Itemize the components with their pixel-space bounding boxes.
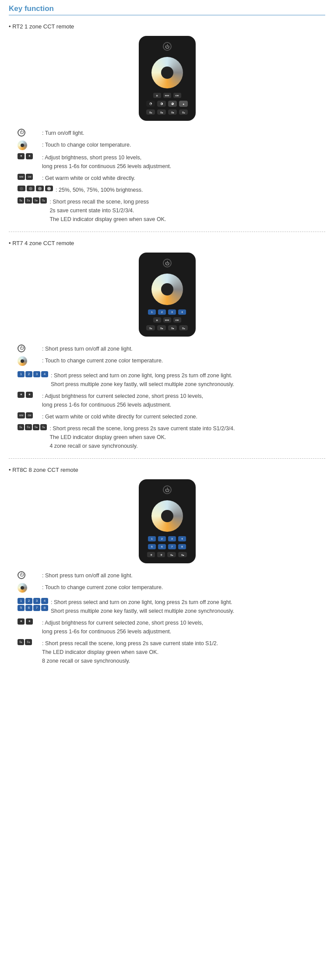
wwcw-buttons: ww cw <box>18 174 33 180</box>
rt7-brightness-line2: long press 1-6s for continuous 256 level… <box>42 400 203 409</box>
remote-rt2-wheel-inner <box>161 67 173 79</box>
scene-buttons-rt2: S₁ S₂ S₃ S₄ <box>18 197 47 204</box>
remote-rt7-row2: ✶ ww cw <box>153 317 181 323</box>
rt2-key-scene: S₁ S₂ S₃ S₄ : Short press recall the sce… <box>18 197 325 224</box>
remote-rt7-z3: 3 <box>168 309 176 315</box>
rt2-brightness-text: : Adjust brightness, short press 10 leve… <box>42 153 171 171</box>
remote-rt8c-star2: ✶ <box>157 552 165 557</box>
remote-rt7-ww: ww <box>163 317 171 323</box>
rt7-scene-icon: S₁ S₂ S₃ S₄ <box>18 424 47 430</box>
remote-rt2-s1: S₁ <box>146 109 155 115</box>
section-rt2: RT2 1 zone CCT remote ⏻ ✶ ww cw ◔ ◑ ◕ ● … <box>9 23 325 224</box>
rt8c-key-zones: 1 2 3 4 5 6 7 8 : Short press select and… <box>18 598 325 615</box>
remote-rt8c-star1: ✶ <box>147 552 155 557</box>
rt7-scene-text: : Short press recall the scene, long pre… <box>49 424 235 450</box>
remote-rt8c-wheel-inner <box>161 510 173 522</box>
rt2-power-desc: : Turn on/off light. <box>42 129 84 137</box>
remote-rt8c-z4: 4 <box>178 536 186 541</box>
remote-rt7-s1: S₁ <box>146 325 155 330</box>
rt2-brightness-icon: ✶ ✶ <box>18 153 39 159</box>
rt8c-zone-btn-2: 2 <box>25 598 32 604</box>
rt7-wheel-icon <box>18 356 39 366</box>
rt8c-key-scene: S₁ S₂ : Short press recall the scene, lo… <box>18 639 325 665</box>
rt8c-zone-btn-5: 5 <box>18 605 25 611</box>
remote-rt8c-z8: 8 <box>178 544 186 549</box>
rt7-zones-line1: : Short press select and turn on zone li… <box>51 371 234 380</box>
rt7-wwcw-desc: : Get warm white or cold white directly … <box>42 412 197 421</box>
rt8c-zone-btn-6: 6 <box>25 605 32 611</box>
remote-rt7-s3: S₃ <box>168 325 177 330</box>
scene-buttons-rt7: S₁ S₂ S₃ S₄ <box>18 424 47 430</box>
remote-rt7-star1: ✶ <box>153 317 161 323</box>
rt8c-star2-icon: ✶ <box>26 618 33 625</box>
remote-rt8c-s1: S₁ <box>167 552 176 557</box>
rt8c-wheel-inner <box>21 586 24 590</box>
remote-rt7: ⏻ 1 2 3 4 ✶ ww cw S₁ S₂ S₃ S₄ <box>139 253 196 337</box>
rt2-wheel-desc: : Touch to change color temperature. <box>42 141 131 149</box>
rt8c-brightness-text: : Adjust brightness for current selected… <box>42 618 203 636</box>
remote-rt7-image: ⏻ 1 2 3 4 ✶ ww cw S₁ S₂ S₃ S₄ <box>9 253 325 337</box>
rt7-power-icon: ⏻ <box>18 344 39 352</box>
remote-rt7-power: ⏻ <box>163 259 172 267</box>
rt8c-scene-s2: S₂ <box>25 639 32 645</box>
rt8c-wheel-btn <box>18 583 27 593</box>
star1-icon: ✶ <box>18 153 25 159</box>
rt7-power-desc: : Short press turn on/off all zone light… <box>42 344 133 353</box>
rt7-cw-btn: cw <box>26 412 33 418</box>
rt8c-zone-btn-3: 3 <box>33 598 40 604</box>
remote-rt8c-power: ⏻ <box>163 485 172 494</box>
star2-icon: ✶ <box>26 153 33 159</box>
wheel-icon <box>18 141 27 150</box>
remote-rt2-image: ⏻ ✶ ww cw ◔ ◑ ◕ ● S₁ S₂ S₃ S₄ <box>9 36 325 121</box>
bright-dot-25 <box>20 187 23 190</box>
rt7-scene-s3: S₃ <box>33 424 39 430</box>
rt7-scene-s4: S₄ <box>40 424 47 430</box>
bright-100 <box>45 186 53 191</box>
rt2-scene-line3: The LED indicator display green when sav… <box>49 215 166 224</box>
bright-dot-50 <box>29 187 32 190</box>
rt7-key-scene: S₁ S₂ S₃ S₄ : Short press recall the sce… <box>18 424 325 450</box>
rt2-key-power: ⏻ : Turn on/off light. <box>18 129 325 137</box>
bright-25 <box>18 186 25 191</box>
zone-btn-2: 2 <box>25 371 32 377</box>
rt8c-zones-line2: Short press multiple zone key fastly, wi… <box>51 607 234 615</box>
rt8c-zones-icon: 1 2 3 4 5 6 7 8 <box>18 598 48 611</box>
rt2-brightness-line1: : Adjust brightness, short press 10 leve… <box>42 153 171 162</box>
zone-btn-4: 4 <box>41 371 48 377</box>
rt8c-key-brightness: ✶ ✶ : Adjust brightness for current sele… <box>18 618 325 636</box>
remote-rt8c-wheel <box>151 500 183 532</box>
bright-75 <box>36 186 44 191</box>
rt7-key-zones: 1 2 3 4 : Short press select and turn on… <box>18 371 325 389</box>
rt8c-brightness-icon: ✶ ✶ <box>18 618 39 625</box>
remote-rt2-ww: ww <box>163 93 171 98</box>
section-rt7: RT7 4 zone CCT remote ⏻ 1 2 3 4 ✶ ww cw … <box>9 240 325 450</box>
remote-rt2-b50: ◑ <box>157 101 166 107</box>
rt7-zones-icon: 1 2 3 4 <box>18 371 48 377</box>
remote-rt7-zones: 1 2 3 4 <box>148 309 186 315</box>
remote-rt2-b25: ◔ <box>146 101 155 107</box>
rt7-ww-btn: ww <box>18 412 25 418</box>
bright-dot-75 <box>38 187 42 190</box>
remote-rt8c-z7: 7 <box>168 544 176 549</box>
rt7-scene-s1: S₁ <box>18 424 24 430</box>
remote-rt2-row1: ✶ ww cw <box>153 93 181 98</box>
rt2-scene-text: : Short press recall the scene, long pre… <box>49 197 166 224</box>
rt2-wheel-icon <box>18 141 39 150</box>
remote-rt2-wheel <box>151 57 183 88</box>
remote-rt7-row3: S₁ S₂ S₃ S₄ <box>146 325 188 330</box>
remote-rt2-b100: ● <box>179 101 188 107</box>
remote-rt8c-z2: 2 <box>158 536 166 541</box>
zone-btn-3: 3 <box>33 371 40 377</box>
rt7-brightness-icon: ✶ ✶ <box>18 392 39 398</box>
remote-rt2-s4: S₄ <box>179 109 188 115</box>
rt8c-power-btn: ⏻ <box>18 571 25 579</box>
rt2-wwcw-icon: ww cw <box>18 174 39 180</box>
remote-rt8c-zones-row1: 1 2 3 4 <box>148 536 186 541</box>
divider-1 <box>9 232 325 232</box>
remote-rt7-wheel-inner <box>161 283 173 295</box>
rt8c-scene-line1: : Short press recall the scene, long pre… <box>42 639 218 648</box>
section-rt8c-title: RT8C 8 zone CCT remote <box>9 467 325 473</box>
remote-rt8c-s2: S₂ <box>178 552 187 557</box>
rt8c-key-wheel: : Touch to change current zone color tem… <box>18 583 325 593</box>
rt2-key-bright-levels: : 25%, 50%, 75%, 100% brightness. <box>18 186 325 194</box>
